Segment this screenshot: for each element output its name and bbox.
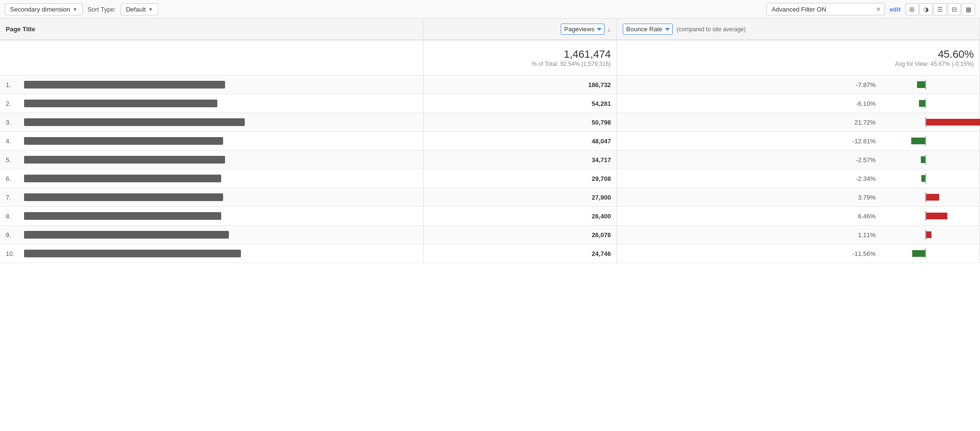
row-number: 7. [6,194,20,201]
pageviews-cell: 26,400 [423,207,616,226]
view-icon-pie[interactable]: ◑ [919,3,932,15]
bounce-rate-cell: -7.87% [617,76,980,94]
secondary-dimension-label: Secondary dimension [10,6,70,13]
page-title-cell: 1. [0,76,423,94]
page-title-cell: 5. [0,151,423,169]
row-number: 4. [6,138,20,145]
avg-bounce-rate: 45.60% [623,48,974,61]
pageviews-cell: 26,076 [423,226,616,244]
view-icon-multi[interactable]: ▦ [962,3,975,15]
redacted-title-bar [24,231,229,239]
redacted-title-bar [24,156,225,164]
bounce-pct-value: -12.81% [848,138,876,145]
page-title-cell: 2. [0,94,423,113]
row-number: 6. [6,175,20,182]
total-pct: % of Total: 92.54% (1,579,316) [429,61,611,67]
table-row: 9. 26,076 1.11% [0,226,980,244]
col-header-page-title: Page Title [0,19,423,40]
page-title-cell: 3. [0,113,423,132]
view-icons-group: ⊞ ◑ ☰ ⊟ ▦ [905,3,975,15]
redacted-title-bar [24,100,217,107]
redacted-title-bar [24,81,225,89]
chevron-down-icon: ▼ [73,7,77,12]
bounce-rate-select[interactable]: Bounce Rate [623,24,673,35]
row-number: 10. [6,250,20,257]
page-title-cell: 7. [0,188,423,207]
secondary-dimension-dropdown[interactable]: Secondary dimension ▼ [5,3,83,15]
bounce-rate-cell: 3.79% [617,188,980,207]
table-row: 4. 48,047 -12.81% [0,132,980,151]
redacted-title-bar [24,193,223,201]
bounce-pct-value: 1.11% [848,231,876,239]
view-icon-list[interactable]: ☰ [933,3,947,15]
pageviews-cell: 48,047 [423,132,616,151]
pageviews-cell: 34,717 [423,151,616,169]
table-row: 8. 26,400 6.46% [0,207,980,226]
table-row: 1. 186,732 -7.87% [0,76,980,94]
page-title-cell: 4. [0,132,423,151]
row-number: 2. [6,100,20,107]
bounce-pct-value: 21.72% [848,119,876,126]
view-icon-table[interactable]: ⊞ [905,3,918,15]
row-number: 1. [6,81,20,89]
table-row: 5. 34,717 -2.57% [0,151,980,169]
summary-empty-cell [0,40,423,76]
redacted-title-bar [24,250,241,257]
table-row: 6. 29,708 -2.34% [0,169,980,188]
page-title-cell: 8. [0,207,423,226]
bounce-pct-value: -2.34% [848,175,876,182]
avg-bounce-sub: Avg for View: 45.67% (-0.15%) [623,61,974,67]
page-title-cell: 9. [0,226,423,244]
view-icon-pivot[interactable]: ⊟ [948,3,961,15]
chevron-down-icon-sort: ▼ [148,7,153,12]
table-row: 2. 54,281 -6.10% [0,94,980,113]
row-number: 5. [6,156,20,164]
table-header-row: Page Title Pageviews ↓ Bounce Rate [0,19,980,40]
pageviews-cell: 27,900 [423,188,616,207]
row-number: 9. [6,231,20,239]
redacted-title-bar [24,137,223,145]
bounce-rate-cell: -11.56% [617,244,980,263]
bounce-rate-cell: -2.57% [617,151,980,169]
col-header-pageviews: Pageviews ↓ [423,19,616,40]
page-title-cell: 6. [0,169,423,188]
bounce-rate-cell: -6.10% [617,94,980,113]
edit-link[interactable]: edit [890,6,901,13]
bounce-pct-value: -6.10% [848,100,876,107]
toolbar: Secondary dimension ▼ Sort Type: Default… [0,0,980,19]
sort-default-label: Default [126,6,146,13]
pageviews-cell: 50,798 [423,113,616,132]
analytics-table: Page Title Pageviews ↓ Bounce Rate [0,19,980,263]
redacted-title-bar [24,118,245,126]
total-pageviews: 1,461,474 [429,48,611,61]
page-title-cell: 10. [0,244,423,263]
pageviews-select[interactable]: Pageviews [561,24,604,35]
row-number: 3. [6,119,20,126]
sort-arrow-icon: ↓ [607,25,611,33]
bounce-rate-cell: 21.72% [617,113,980,132]
pageviews-cell: 54,281 [423,94,616,113]
bounce-rate-cell: -2.34% [617,169,980,188]
filter-input[interactable] [767,4,873,15]
advanced-filter-box: × [766,3,885,15]
compared-text: (compared to site average) [677,26,745,33]
row-number: 8. [6,213,20,220]
data-table-container: Page Title Pageviews ↓ Bounce Rate [0,19,980,263]
bounce-pct-value: -2.57% [848,156,876,164]
pageviews-cell: 186,732 [423,76,616,94]
bounce-pct-value: -11.56% [848,250,876,257]
summary-row: 1,461,474 % of Total: 92.54% (1,579,316)… [0,40,980,76]
table-row: 3. 50,798 21.72% [0,113,980,132]
bounce-rate-cell: -12.81% [617,132,980,151]
sort-type-label: Sort Type: [88,6,116,13]
redacted-title-bar [24,175,221,182]
pageviews-cell: 24,746 [423,244,616,263]
bounce-pct-value: 3.79% [848,194,876,201]
sort-type-dropdown[interactable]: Default ▼ [121,3,158,15]
table-row: 7. 27,900 3.79% [0,188,980,207]
bounce-pct-value: -7.87% [848,81,876,89]
bounce-pct-value: 6.46% [848,213,876,220]
pageviews-cell: 29,708 [423,169,616,188]
clear-filter-button[interactable]: × [873,3,884,15]
bounce-rate-cell: 1.11% [617,226,980,244]
